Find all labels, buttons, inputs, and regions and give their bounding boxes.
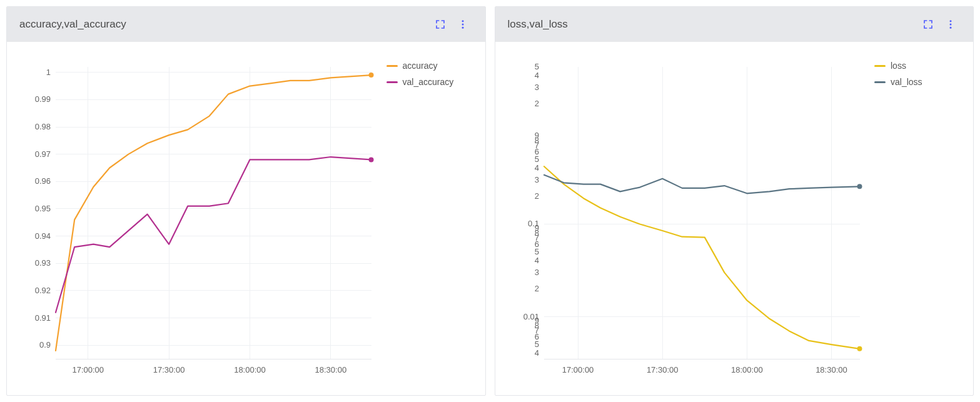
svg-point-38 [950,27,952,29]
svg-point-0 [462,20,463,22]
legend-label: accuracy [403,61,438,71]
panel-title: accuracy,val_accuracy [19,18,429,31]
svg-point-1 [462,24,463,26]
svg-text:0.94: 0.94 [35,231,51,241]
svg-point-78 [857,346,862,351]
expand-icon[interactable] [429,13,452,36]
svg-text:17:30:00: 17:30:00 [646,365,678,374]
legend: accuracy val_accuracy [378,61,474,384]
svg-text:1: 1 [46,68,51,77]
svg-text:0.95: 0.95 [35,204,51,213]
svg-point-35 [369,157,374,162]
panel-loss: loss,val_loss 17:00:0017:30:0018:00:0018… [495,6,974,396]
svg-text:2: 2 [534,284,538,293]
legend-item-loss[interactable]: loss [874,61,962,71]
svg-point-2 [462,27,463,29]
svg-text:5: 5 [534,62,538,71]
svg-text:9: 9 [534,223,538,233]
panel-header: loss,val_loss [495,7,974,42]
chart-accuracy[interactable]: 17:00:0017:30:0018:00:0018:30:000.90.910… [18,61,378,384]
panel-title: loss,val_loss [508,18,917,31]
legend-swatch [874,81,886,83]
legend-label: loss [891,61,906,71]
legend: loss val_loss [866,61,962,384]
legend-item-val-loss[interactable]: val_loss [874,77,962,87]
svg-text:3: 3 [534,268,538,277]
svg-text:17:00:00: 17:00:00 [562,365,594,374]
more-icon[interactable] [452,13,474,36]
svg-text:18:30:00: 18:30:00 [315,365,347,374]
svg-text:0.98: 0.98 [35,122,51,131]
svg-text:9: 9 [534,316,538,325]
svg-text:0.96: 0.96 [35,176,51,186]
svg-text:4: 4 [534,163,538,173]
svg-text:18:30:00: 18:30:00 [816,365,847,374]
panel-header: accuracy,val_accuracy [7,7,485,42]
svg-text:0.9: 0.9 [39,340,51,349]
legend-swatch [386,81,398,83]
svg-text:17:00:00: 17:00:00 [72,365,104,374]
svg-text:9: 9 [534,131,538,140]
legend-item-accuracy[interactable]: accuracy [386,61,474,71]
page: accuracy,val_accuracy 17:00:0017:30:0018… [0,0,980,402]
svg-text:18:00:00: 18:00:00 [731,365,763,374]
legend-item-val-accuracy[interactable]: val_accuracy [386,77,474,87]
svg-text:2: 2 [534,99,538,108]
svg-text:17:30:00: 17:30:00 [153,365,185,374]
svg-point-37 [950,24,952,26]
legend-label: val_accuracy [403,77,454,87]
svg-text:0.99: 0.99 [35,94,51,104]
panel-accuracy: accuracy,val_accuracy 17:00:0017:30:0018… [6,6,486,396]
svg-text:3: 3 [534,175,538,184]
svg-text:4: 4 [534,71,538,80]
chart-loss[interactable]: 17:00:0017:30:0018:00:0018:30:000.010.14… [507,61,866,384]
svg-text:18:00:00: 18:00:00 [234,365,266,374]
legend-swatch [386,65,398,67]
svg-text:0.92: 0.92 [35,286,51,295]
svg-text:0.97: 0.97 [35,149,51,159]
svg-text:2: 2 [534,191,538,201]
panel-body: 17:00:0017:30:0018:00:0018:30:000.010.14… [495,42,974,395]
svg-point-34 [369,73,374,78]
svg-point-36 [950,20,952,22]
svg-text:0.93: 0.93 [35,258,51,268]
svg-text:0.91: 0.91 [35,313,51,323]
legend-label: val_loss [891,77,922,87]
more-icon[interactable] [939,13,962,36]
svg-point-79 [857,184,862,189]
legend-swatch [874,65,886,67]
svg-text:4: 4 [534,256,538,265]
svg-text:4: 4 [534,348,538,358]
svg-text:3: 3 [534,83,538,92]
panel-body: 17:00:0017:30:0018:00:0018:30:000.90.910… [7,42,485,395]
expand-icon[interactable] [917,13,939,36]
